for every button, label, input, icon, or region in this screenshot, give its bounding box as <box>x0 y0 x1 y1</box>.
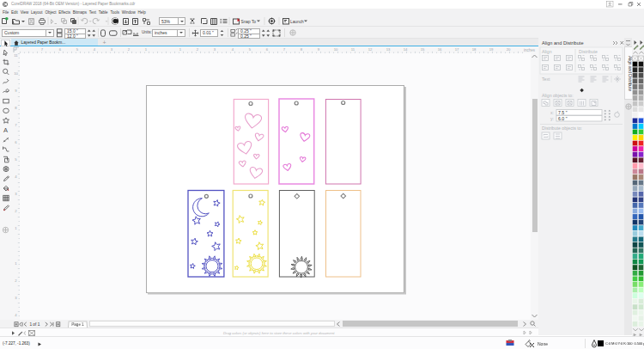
svg-text:Distribute objects to:: Distribute objects to: <box>542 126 582 131</box>
svg-text:Distribute: Distribute <box>579 49 598 54</box>
svg-text:Align objects to:: Align objects to: <box>542 93 574 98</box>
svg-text:Text: Text <box>542 77 550 82</box>
svg-text:Align: Align <box>542 49 552 54</box>
svg-text:y:: y: <box>550 116 554 121</box>
svg-text:7.5 ": 7.5 " <box>558 110 568 115</box>
svg-text:6.0 ": 6.0 " <box>558 116 568 121</box>
svg-text:Align and Distribute: Align and Distribute <box>542 40 584 46</box>
svg-text:1 of 1: 1 of 1 <box>29 322 39 327</box>
svg-text:x:: x: <box>550 110 554 115</box>
